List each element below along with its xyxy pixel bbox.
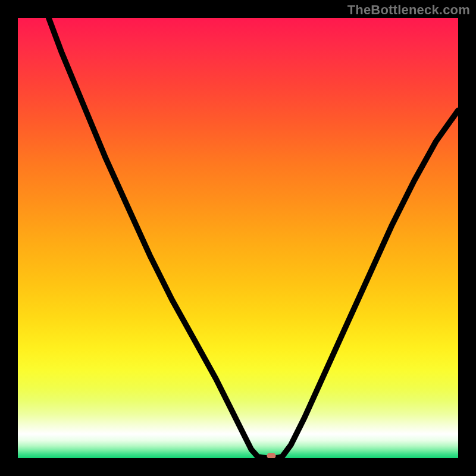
bottleneck-curve <box>18 18 458 458</box>
curve-path <box>49 18 458 458</box>
chart-frame: TheBottleneck.com <box>0 0 476 476</box>
plot-area <box>18 18 458 458</box>
minimum-marker <box>267 453 275 458</box>
watermark-text: TheBottleneck.com <box>347 2 470 18</box>
